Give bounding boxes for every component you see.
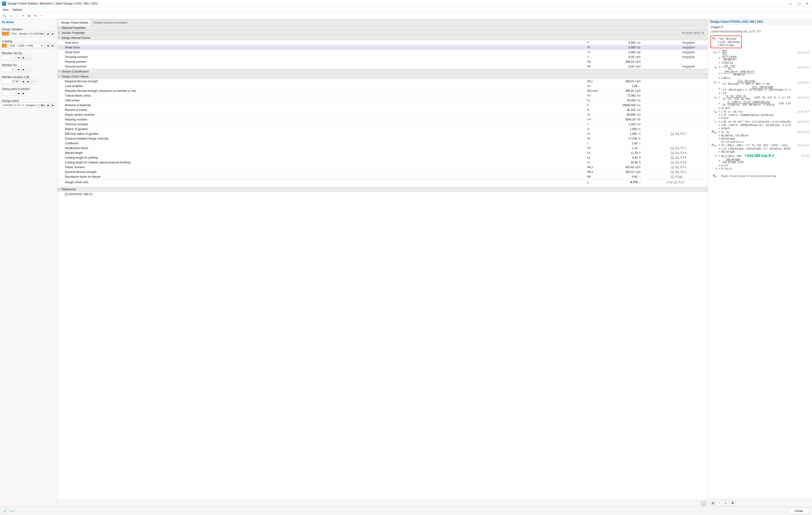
header-references[interactable]: ⊟ References — [57, 187, 708, 192]
ds-prev[interactable]: ◀ — [46, 31, 50, 36]
force-row[interactable]: Torsional momentT0.00 kipftNegligible — [57, 55, 708, 59]
dcv-row[interactable]: Resistance factor for flexureΦb0.90 --[1… — [57, 174, 708, 179]
force-row[interactable]: Shear forceVz0.000 kipNegligible — [57, 50, 708, 55]
force-row[interactable]: Shear forceVy0.000 kipNegligible — [57, 45, 708, 50]
dcv-row[interactable]: Modulus of elasticityE29000.000 ksi — [57, 103, 708, 108]
dcv-row[interactable]: Radius of gyrationrz1.650 in — [57, 127, 708, 131]
loading-prev[interactable]: ◀ — [46, 43, 50, 48]
tool-member-icon[interactable]: ⬍ — [21, 13, 25, 18]
dcv-row[interactable]: Elastic section modulusSy88.900 in3 — [57, 112, 708, 117]
dcv-row[interactable]: Torsional constantJ1.240 in4 — [57, 122, 708, 127]
member-set-field[interactable]: -- -- — [2, 55, 15, 60]
stresspoint-next[interactable]: ▶ — [22, 91, 26, 96]
stress-point-field[interactable]: -- -- — [2, 91, 15, 96]
tool-formula-icon[interactable]: ƒₓ — [723, 500, 729, 506]
tool-section-icon[interactable]: ⌶ — [14, 13, 19, 18]
member-loc-field[interactable]: 17.50 — [2, 79, 20, 84]
memberloc-xx0-icon[interactable]: x/x₀ — [31, 79, 36, 84]
window-controls: — ▢ ✕ — [789, 2, 810, 5]
dcv-row[interactable]: Plastic momentMp,y420.83 kipft[1], Eq. F… — [57, 165, 708, 170]
force-row[interactable]: Flexural momentMy266.44 kipft — [57, 59, 708, 64]
dcv-row[interactable]: Moment of inertiaIz40.100 in4 — [57, 108, 708, 112]
force-row[interactable]: Flexural momentMz0.00 kipftNegligible — [57, 64, 708, 69]
dcv-row[interactable]: Warping constantCw3040.00 in6 — [57, 117, 708, 122]
dcv-row[interactable]: Braced lengthLb11.76 ft[1], Eq. F2-4 — [57, 151, 708, 155]
tab-details[interactable]: Design Check Details — [58, 20, 91, 26]
design-situation-label: Design Situation — [2, 28, 55, 31]
stresspoint-prev[interactable]: ◀ — [16, 91, 21, 96]
dcv-row[interactable]: Limiting length for inelastic lateral-to… — [57, 160, 708, 165]
footer-units-icon[interactable]: 0,00 — [9, 508, 14, 514]
memberset-pick-icon[interactable]: ↘ — [27, 55, 31, 60]
dcv-row[interactable]: Coefficientc1.00 -- — [57, 141, 708, 146]
menu-options[interactable]: Options — [12, 8, 22, 11]
dcv-row[interactable]: Distance between flange centroidsh017.43… — [57, 136, 708, 141]
expand-icon[interactable]: ⊞ — [57, 26, 61, 30]
close-button[interactable]: Close — [788, 508, 810, 514]
collapse-icon[interactable]: ⊟ — [57, 75, 61, 78]
tool-table-icon[interactable]: ▤ — [710, 500, 715, 506]
minimize-button[interactable]: — — [789, 2, 792, 5]
memberset-next[interactable]: ▶ — [22, 55, 26, 60]
dc-next[interactable]: ▶ — [51, 102, 55, 108]
dcv-row[interactable]: Load amplifierαcr2.06 -- — [57, 84, 708, 89]
right-sub: Lateral-torsional buckling acc. to F2, F… — [708, 30, 812, 34]
memberno-next[interactable]: ▶ — [22, 67, 26, 72]
design-check-combo[interactable]: FF4100 0.774 ✔ Chapter F | Lateral-to... — [2, 102, 45, 108]
tool-print-icon[interactable]: 🖶 — [730, 500, 735, 506]
thumbnail-icon[interactable] — [701, 501, 706, 506]
close-window-button[interactable]: ✕ — [806, 2, 809, 5]
memberloc-next[interactable]: ▶ — [26, 79, 31, 84]
tool-wave-icon[interactable]: 〰 — [39, 13, 44, 18]
content: To Show Design Situation 2.3 DS2 - Secti… — [0, 19, 812, 507]
dcv-row[interactable]: Critical elastic stressFcr73.982 ksi — [57, 93, 708, 98]
dcv-row[interactable]: Nominal flexural strengthMn,y382.32 kipf… — [57, 170, 708, 174]
memberset-prev[interactable]: ◀ — [16, 55, 21, 60]
tool-sort-icon[interactable]: ↕ — [717, 500, 722, 506]
highlight-box: Mcr=αcr · Mr,y,max =2.06 · 266.44 kipft … — [710, 35, 742, 48]
dc-prev[interactable]: ◀ — [46, 102, 50, 108]
expand-icon[interactable]: ⊞ — [57, 70, 61, 73]
member-no-field[interactable]: 1 — [2, 67, 15, 72]
memberno-prev[interactable]: ◀ — [16, 67, 21, 72]
collapse-icon[interactable]: ⊟ — [57, 36, 61, 39]
memberloc-prev[interactable]: ◀ — [21, 79, 25, 84]
header-sec-class[interactable]: ⊞ Section Classification — [57, 69, 708, 74]
right-panel: Design Check FF4100 | AISC 360 | 2022 Ch… — [708, 19, 812, 507]
tool-results-icon[interactable]: ◉ — [27, 13, 31, 18]
header-dcv[interactable]: ⊟ Design Check Values — [57, 74, 708, 79]
memberno-pick-icon[interactable]: ↘ — [27, 67, 31, 72]
header-internal-forces[interactable]: ⊟ Design Internal Forces — [57, 35, 708, 40]
dcv-row[interactable]: Effective radius of gyrationrts1.982 in[… — [57, 131, 708, 136]
header-sec-props[interactable]: ⊞ Section Properties W 18x50 | AISC 16 — [57, 30, 708, 35]
dcv-row[interactable]: Required flexural strength (maximum on m… — [57, 89, 708, 93]
result-ok-icon: ✔ — [772, 154, 775, 158]
menu-view[interactable]: View — [2, 8, 8, 11]
dcv-row[interactable]: Limiting length for yieldingLp5.83 ft[1]… — [57, 155, 708, 160]
titlebar: Design Check Details | Members | Steel D… — [0, 0, 812, 7]
member-no-label: Member No. — [2, 63, 55, 67]
ok-icon: ✔ — [671, 181, 673, 184]
loading-next[interactable]: ▶ — [51, 43, 55, 48]
main: Design Check Details Design Checks in Lo… — [57, 19, 812, 507]
dcv-row[interactable]: Required flexural strengthMr,y266.44 kip… — [57, 79, 708, 84]
app-icon — [2, 1, 6, 6]
tool-filter-icon[interactable]: ⚙ — [33, 13, 38, 18]
tool-zoom-icon[interactable]: 🔍 — [2, 13, 7, 18]
ds-next[interactable]: ▶ — [51, 31, 55, 36]
maximize-button[interactable]: ▢ — [798, 2, 801, 5]
footer: 🔎 0,00 Close — [0, 507, 812, 515]
force-row[interactable]: Axial forceP0.000 kipNegligible — [57, 40, 708, 45]
dcv-row[interactable]: Modification factorCb1.14 --[1], Eq. F1-… — [57, 146, 708, 151]
design-situation-combo[interactable]: DS2 - Section 2.3 (LRFD), 1. to 5. — [10, 31, 45, 36]
collapse-icon[interactable]: ⊟ — [57, 188, 61, 191]
loading-combo[interactable]: CO6 - 1.20D + 1.60L — [8, 43, 45, 48]
tool-select-icon[interactable]: ▭ — [8, 13, 13, 18]
expand-icon[interactable]: ⊞ — [57, 31, 61, 35]
center-panel: Design Check Details Design Checks in Lo… — [57, 19, 708, 507]
header-mat-props[interactable]: ⊞ Material Properties — [57, 25, 708, 30]
tab-location[interactable]: Design Checks in Location — [91, 20, 130, 26]
footer-search-icon[interactable]: 🔎 — [2, 508, 8, 514]
dcv-row[interactable]: Yield stressFy50.000 ksi — [57, 98, 708, 103]
design-situation-chip: 2.3 — [2, 32, 9, 35]
